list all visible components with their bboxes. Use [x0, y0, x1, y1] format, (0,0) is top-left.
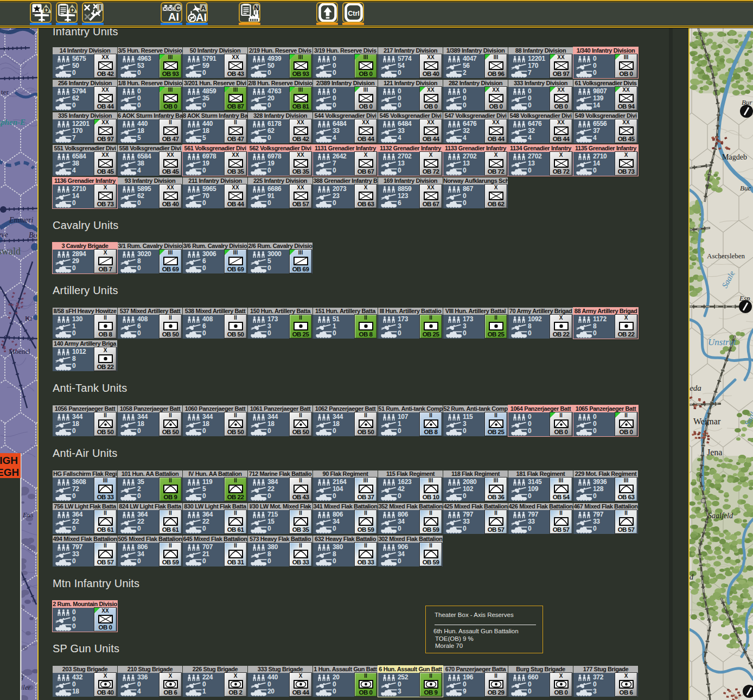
svg-text:AI: AI [168, 11, 179, 22]
svg-text:Bo: Bo [29, 231, 37, 239]
svg-text:Emmeri: Emmeri [9, 216, 33, 224]
svg-text:leda: leda [688, 384, 701, 392]
svg-text:Esp: Esp [739, 294, 750, 302]
svg-text:Unstrut: Unstrut [708, 337, 737, 347]
svg-text:IIGH: IIGH [0, 455, 18, 466]
svg-text:EGH: EGH [0, 467, 19, 478]
svg-text:Buc: Buc [740, 184, 751, 192]
svg-text:swald: swald [0, 246, 21, 257]
svg-text:D: D [44, 6, 49, 14]
svg-text:Moencl: Moencl [9, 347, 30, 355]
svg-text:Aschersleben: Aschersleben [707, 252, 745, 260]
svg-text:Ctrl: Ctrl [348, 10, 360, 17]
svg-text:tphen-E: tphen-E [0, 118, 25, 126]
svg-text:Eus: Eus [22, 511, 34, 519]
svg-text:Jena: Jena [707, 448, 722, 457]
svg-text:ter: ter [1, 88, 9, 96]
svg-text:A: A [201, 4, 206, 12]
svg-text:Saalfeld: Saalfeld [708, 512, 733, 520]
svg-text:eve: eve [0, 231, 8, 239]
svg-text:Magdeb: Magdeb [722, 153, 747, 161]
svg-text:AI: AI [196, 11, 207, 22]
svg-text:Kr: Kr [25, 314, 33, 322]
svg-text:I: I [99, 4, 101, 11]
svg-text:Weimar: Weimar [693, 417, 721, 426]
svg-text:d: d [690, 573, 694, 581]
svg-text:Bur: Bur [742, 98, 752, 106]
svg-text:D: D [70, 6, 75, 14]
